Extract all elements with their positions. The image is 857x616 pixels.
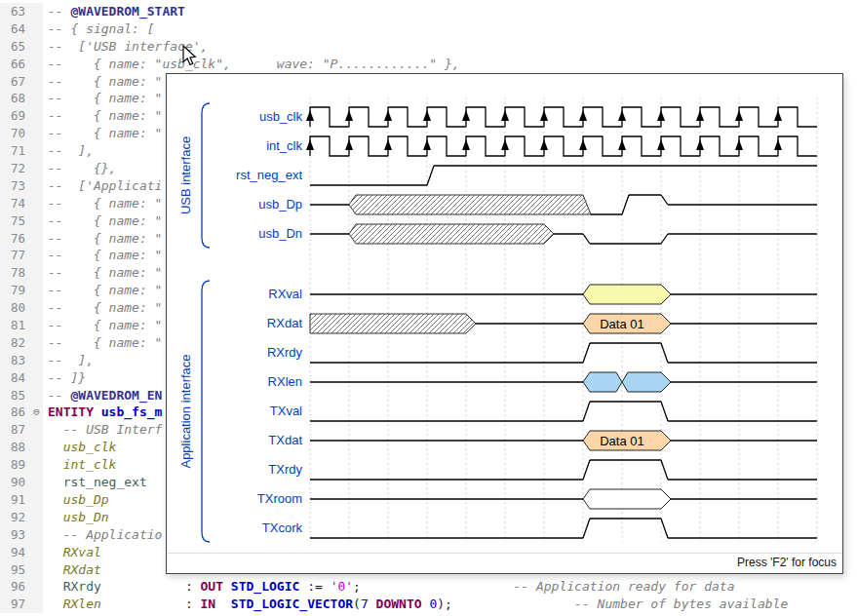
- fold-gutter: [30, 107, 43, 125]
- svg-text:rst_neg_ext: rst_neg_ext: [236, 168, 302, 182]
- fold-gutter: [30, 247, 43, 264]
- svg-text:TXdat: TXdat: [268, 433, 302, 447]
- fold-gutter: [30, 160, 43, 177]
- code-line[interactable]: 65-- ['USB interface',: [0, 38, 857, 56]
- fold-gutter: [30, 230, 43, 248]
- line-number: 90: [0, 474, 30, 491]
- code-text: -- Applicatio: [43, 526, 162, 544]
- line-number: 89: [0, 456, 30, 474]
- code-text: -- ]}: [43, 369, 86, 387]
- line-number: 70: [0, 125, 30, 142]
- line-number: 83: [0, 352, 30, 369]
- code-text: -- { name: ": [43, 247, 162, 264]
- fold-gutter: [30, 421, 43, 439]
- code-text: RXrdy : OUT STD_LOGIC := '0'; -- Applica…: [43, 578, 734, 596]
- svg-text:Application interface: Application interface: [178, 354, 193, 468]
- svg-text:Data 01: Data 01: [600, 317, 644, 331]
- line-number: 81: [0, 317, 30, 334]
- fold-gutter: [30, 456, 43, 474]
- line-number: 79: [0, 282, 30, 299]
- svg-text:TXrdy: TXrdy: [268, 462, 302, 477]
- popup-footer: Press 'F2' for focus: [167, 553, 842, 573]
- line-number: 66: [0, 56, 30, 73]
- code-text: -- @WAVEDROM_EN: [43, 387, 162, 404]
- code-line[interactable]: 63-- @WAVEDROM_START: [0, 3, 857, 20]
- fold-gutter: [30, 369, 43, 387]
- code-text: -- {},: [43, 160, 116, 177]
- svg-text:USB interface: USB interface: [178, 136, 193, 214]
- svg-text:RXval: RXval: [268, 287, 302, 301]
- code-text: -- USB Interf: [43, 421, 162, 439]
- svg-text:Data 01: Data 01: [600, 434, 644, 448]
- line-number: 88: [0, 439, 30, 456]
- fold-gutter: [30, 526, 43, 544]
- code-text: ENTITY usb_fs_m: [43, 404, 162, 421]
- fold-gutter: [30, 142, 43, 160]
- fold-gutter: [30, 491, 43, 509]
- fold-gutter: [30, 3, 43, 20]
- code-text: -- { name: ": [43, 195, 162, 212]
- code-line[interactable]: 97 RXlen : IN STD_LOGIC_VECTOR(7 DOWNTO …: [0, 596, 857, 613]
- line-number: 69: [0, 107, 30, 125]
- code-text: -- { name: ": [43, 264, 162, 282]
- line-number: 74: [0, 195, 30, 212]
- line-number: 85: [0, 387, 30, 404]
- fold-collapse-icon[interactable]: ⊖: [30, 404, 43, 421]
- code-text: -- ],: [43, 352, 94, 369]
- code-text: -- ['Applicati: [43, 177, 162, 195]
- line-number: 67: [0, 73, 30, 91]
- mouse-cursor-icon: [182, 45, 200, 68]
- line-number: 95: [0, 561, 30, 579]
- fold-gutter: [30, 264, 43, 282]
- wavedrom-preview-popup[interactable]: USB interfaceusb_clkint_clkrst_neg_extus…: [166, 73, 843, 574]
- fold-gutter: [30, 474, 43, 491]
- code-text: usb_Dn: [43, 509, 109, 526]
- code-line[interactable]: 96 RXrdy : OUT STD_LOGIC := '0'; -- Appl…: [0, 578, 857, 596]
- fold-gutter: [30, 387, 43, 404]
- line-number: 76: [0, 230, 30, 248]
- focus-hint-label: Press 'F2' for focus: [737, 556, 837, 569]
- line-number: 63: [0, 3, 30, 20]
- code-text: -- { name: "usb_clk", wave: "P..........…: [43, 56, 460, 73]
- fold-gutter: [30, 282, 43, 299]
- line-number: 82: [0, 334, 30, 352]
- line-number: 77: [0, 247, 30, 264]
- code-text: RXdat: [43, 561, 101, 579]
- line-number: 87: [0, 421, 30, 439]
- code-text: RXlen : IN STD_LOGIC_VECTOR(7 DOWNTO 0);…: [43, 596, 788, 613]
- code-line[interactable]: 66-- { name: "usb_clk", wave: "P........…: [0, 56, 857, 73]
- line-number: 91: [0, 491, 30, 509]
- line-number: 96: [0, 578, 30, 596]
- code-text: -- { name: ": [43, 125, 162, 142]
- code-text: -- { name: ": [43, 73, 162, 91]
- fold-gutter: [30, 578, 43, 596]
- line-number: 71: [0, 142, 30, 160]
- fold-gutter: [30, 439, 43, 456]
- line-number: 68: [0, 90, 30, 107]
- code-text: -- { signal: [: [43, 20, 155, 38]
- fold-gutter: [30, 56, 43, 73]
- fold-gutter: [30, 73, 43, 91]
- code-text: -- { name: ": [43, 299, 162, 317]
- fold-gutter: [30, 544, 43, 561]
- svg-text:RXlen: RXlen: [268, 374, 302, 389]
- svg-text:usb_Dn: usb_Dn: [258, 226, 302, 241]
- fold-gutter: [30, 212, 43, 230]
- svg-text:usb_Dp: usb_Dp: [258, 197, 302, 212]
- fold-gutter: [30, 596, 43, 613]
- code-text: -- @WAVEDROM_START: [43, 3, 185, 20]
- line-number: 72: [0, 160, 30, 177]
- fold-gutter: [30, 317, 43, 334]
- line-number: 64: [0, 20, 30, 38]
- fold-gutter: [30, 177, 43, 195]
- line-number: 75: [0, 212, 30, 230]
- fold-gutter: [30, 38, 43, 56]
- line-number: 94: [0, 544, 30, 561]
- code-text: -- { name: ": [43, 282, 162, 299]
- code-text: -- { name: ": [43, 230, 162, 248]
- fold-gutter: [30, 20, 43, 38]
- svg-text:TXval: TXval: [270, 404, 302, 418]
- code-line[interactable]: 64-- { signal: [: [0, 20, 857, 38]
- fold-gutter: [30, 195, 43, 212]
- code-text: -- { name: ": [43, 317, 162, 334]
